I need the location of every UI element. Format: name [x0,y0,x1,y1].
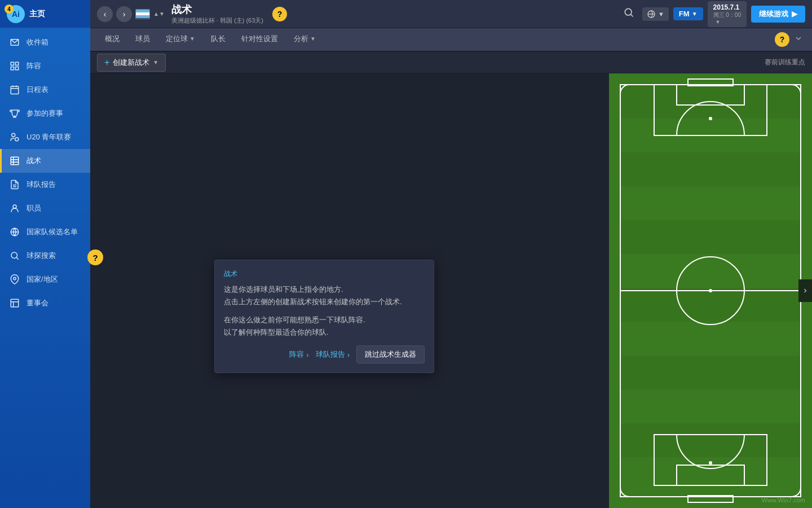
tooltip-link-report[interactable]: 球队报告 › [316,349,350,360]
subnav-players-label: 球员 [135,34,150,44]
svg-point-17 [13,205,16,208]
globe-label: ▼ [658,11,664,17]
pitch-area [609,73,812,508]
page-title: 战术 [171,3,259,16]
sidebar-label-tactics: 战术 [27,156,41,166]
subnav-more-button[interactable] [792,32,805,48]
sidebar-label-board: 董事会 [27,298,48,308]
sidebar-label-national: 国家队候选名单 [27,227,78,237]
svg-line-21 [16,257,18,259]
search-icon [8,249,21,262]
sidebar-label-schedule: 日程表 [27,85,48,95]
staff-icon [8,202,21,214]
subnav-overview-label: 概况 [105,34,120,44]
svg-rect-5 [11,86,19,94]
subnav-analysis-chevron: ▼ [310,36,316,42]
sidebar-header: 4 Ai 主页 [0,0,90,28]
date-line2: 周三 0：00 [713,11,741,19]
date-button[interactable]: 2015.7.1 周三 0：00 ▼ [708,1,747,27]
continue-icon: ▶ [792,10,797,18]
subnav-players[interactable]: 球员 [127,28,158,51]
subnav-setpiece[interactable]: 定位球 ▼ [158,28,203,51]
tooltip-skip-button[interactable]: 跳过战术生成器 [356,345,425,364]
pitch-expand-button[interactable] [798,279,812,302]
create-tactic-button[interactable]: + 创建新战术 ▼ [97,54,166,72]
board-icon [8,297,21,309]
help-bubble-topbar[interactable]: ? [272,7,287,21]
subnav-setpiece-chevron: ▼ [189,36,195,42]
home-label[interactable]: 主页 [29,9,45,19]
calendar-icon [8,84,21,96]
tooltip-line4: 以了解何种阵型最适合你的球队. [224,326,425,339]
sidebar-item-national[interactable]: 国家队候选名单 [0,220,90,244]
fm-label: FM [679,10,690,18]
svg-rect-1 [11,62,14,65]
sidebar-item-squad[interactable]: 阵容 [0,54,90,78]
sidebar-item-scout[interactable]: 球探搜索 [0,244,90,268]
create-tactic-plus: + [104,58,109,68]
forward-button[interactable]: › [116,6,132,22]
sidebar-label-u20: U20 青年联赛 [27,132,71,142]
subnav-overview[interactable]: 概况 [97,28,127,51]
subnav-analysis-label: 分析 [294,34,308,44]
topbar-chevron: ▲▼ [153,11,165,17]
sidebar-label-inbox: 收件箱 [27,37,48,47]
tooltip-body: 这是你选择球员和下场上指令的地方. 点击上方左侧的创建新战术按钮来创建你的第一个… [224,283,425,339]
inbox-icon [8,36,21,49]
create-tactic-chevron: ▼ [153,59,158,65]
svg-point-41 [709,289,712,292]
sidebar-label-staff: 职员 [27,203,41,213]
sidebar-item-competitions[interactable]: 参加的赛事 [0,102,90,125]
tooltip-links: 阵容 › 球队报告 › 跳过战术生成器 [224,345,425,364]
topbar: ‹ › ▲▼ 战术 美洲超级德比杯 · 韩国 (主) (63天) ? ▼ FM … [90,0,812,28]
squad-icon [8,60,21,72]
watermark: Www.Win7.com [761,497,805,503]
pitch-svg [609,73,812,508]
svg-rect-3 [11,67,14,70]
help-bubble-left[interactable]: ? [87,249,103,265]
svg-point-49 [709,461,712,465]
actionbar: + 创建新战术 ▼ 赛前训练重点 [90,52,812,73]
sidebar-item-u20[interactable]: U20 青年联赛 [0,125,90,149]
svg-rect-35 [620,288,801,322]
prematch-label[interactable]: 赛前训练重点 [765,58,805,67]
tooltip-link-report-arrow: › [347,351,350,359]
create-tactic-label: 创建新战术 [113,58,149,68]
date-chevron: ▼ [716,19,721,25]
subnav-analysis[interactable]: 分析 ▼ [286,28,324,51]
sidebar-item-board[interactable]: 董事会 [0,291,90,315]
subnav-opposition-label: 针对性设置 [241,34,278,44]
tooltip-popup: 战术 这是你选择球员和下场上指令的地方. 点击上方左侧的创建新战术按钮来创建你的… [214,260,434,373]
report-icon [8,178,21,191]
sidebar-item-inbox[interactable]: 收件箱 [0,30,90,54]
fm-button[interactable]: FM ▼ [673,7,703,20]
tooltip-line3: 在你这么做之前你可能想熟悉一下球队阵容. [224,314,425,326]
sidebar-nav: 收件箱 阵容 日程表 参加的赛事 U20 [0,28,90,508]
sidebar: 4 Ai 主页 收件箱 阵容 日程表 [0,0,90,508]
svg-rect-36 [620,356,801,389]
inbox-badge: 4 [5,5,14,14]
subnav-help-button[interactable]: ? [775,32,789,47]
back-button[interactable]: ‹ [97,6,113,22]
continue-button[interactable]: 继续游戏 ▶ [751,6,805,23]
sidebar-item-tactics[interactable]: 战术 [0,149,90,173]
subnav-manager[interactable]: 队长 [203,28,233,51]
search-button[interactable] [623,7,634,21]
fm-chevron: ▼ [692,11,698,17]
sidebar-item-region[interactable]: 国家/地区 [0,268,90,291]
globe-button[interactable]: ▼ [642,7,669,21]
sidebar-item-schedule[interactable]: 日程表 [0,78,90,102]
svg-rect-34 [620,220,801,254]
tooltip-link-squad[interactable]: 阵容 › [289,349,308,360]
sidebar-item-staff[interactable]: 职员 [0,196,90,220]
page-subtitle: 美洲超级德比杯 · 韩国 (主) (63天) [171,16,263,25]
subnav-opposition[interactable]: 针对性设置 [233,28,286,51]
date-line1: 2015.7.1 [713,3,740,11]
svg-line-27 [631,15,633,17]
tactics-icon [8,155,21,167]
sidebar-label-team-report: 球队报告 [27,179,56,190]
svg-point-20 [11,252,17,259]
tooltip-line2: 点击上方左侧的创建新战术按钮来创建你的第一个战术. [224,296,425,308]
sidebar-item-team-report[interactable]: 球队报告 [0,173,90,196]
svg-point-22 [14,277,16,280]
